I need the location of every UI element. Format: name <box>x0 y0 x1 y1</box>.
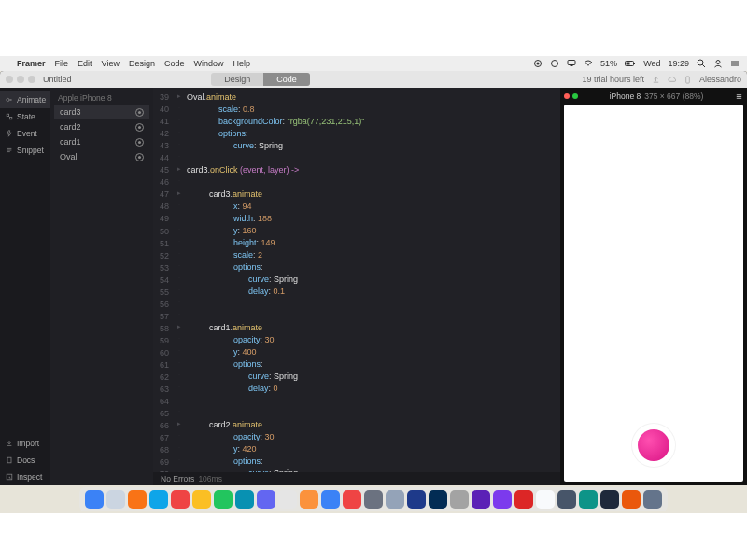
layer-row[interactable]: card3 <box>54 105 149 119</box>
target-icon[interactable] <box>135 108 144 117</box>
layer-label: card1 <box>60 137 81 147</box>
trial-label: 19 trial hours left <box>582 75 644 84</box>
dock-app[interactable] <box>364 490 383 509</box>
svg-point-7 <box>698 60 703 65</box>
menu-app[interactable]: Framer <box>17 59 46 68</box>
target-icon[interactable] <box>135 153 144 161</box>
minimize-icon[interactable] <box>17 76 24 83</box>
window-toolbar: Untitled Design Code 19 trial hours left… <box>0 71 747 88</box>
icon-sidebar: Animate State Event Snippet Import Docs … <box>0 88 50 485</box>
svg-rect-16 <box>9 117 11 119</box>
upload-icon[interactable] <box>652 76 660 84</box>
dock-app[interactable] <box>278 490 297 509</box>
record-icon[interactable] <box>533 59 543 68</box>
preview-canvas[interactable] <box>564 105 743 482</box>
dock-app[interactable] <box>429 490 447 509</box>
dock-app[interactable] <box>149 490 168 509</box>
target-icon[interactable] <box>135 123 144 132</box>
dock-app[interactable] <box>600 490 619 509</box>
dock-app[interactable] <box>536 490 555 509</box>
search-icon[interactable] <box>697 59 706 68</box>
tab-animate[interactable]: Animate <box>0 91 50 108</box>
dock-app[interactable] <box>257 490 275 509</box>
tab-event[interactable]: Event <box>0 125 50 142</box>
dock <box>79 487 668 511</box>
seg-design[interactable]: Design <box>211 73 263 86</box>
user-icon[interactable] <box>713 59 723 68</box>
svg-line-8 <box>702 64 705 67</box>
dock-app[interactable] <box>557 490 576 509</box>
menu-help[interactable]: Help <box>233 59 250 68</box>
hamburger-icon[interactable] <box>735 92 743 101</box>
zoom-icon[interactable] <box>28 76 35 83</box>
layer-row[interactable]: card1 <box>54 134 149 149</box>
menu-icon[interactable] <box>730 59 740 68</box>
menu-code[interactable]: Code <box>164 59 185 68</box>
layer-label: card2 <box>60 122 81 132</box>
layer-row[interactable]: card2 <box>54 119 149 134</box>
menu-view[interactable]: View <box>102 59 120 68</box>
dock-app[interactable] <box>343 490 361 509</box>
fold-gutter: ▸·····▸·▸··········▸·······▸···· <box>174 88 185 472</box>
dock-app[interactable] <box>472 490 490 509</box>
dock-app[interactable] <box>300 490 318 509</box>
close-icon[interactable] <box>6 76 13 83</box>
clock-day[interactable]: Wed <box>643 59 660 68</box>
dock-app[interactable] <box>85 490 104 509</box>
tab-snippet[interactable]: Snippet <box>0 142 50 159</box>
dock-app[interactable] <box>622 490 641 509</box>
cloud-icon[interactable] <box>668 76 676 84</box>
dock-app[interactable] <box>214 490 233 509</box>
dock-app[interactable] <box>579 490 598 509</box>
code-editor[interactable]: 3940414243444546474849505152535455565758… <box>153 88 560 485</box>
target-icon[interactable] <box>135 138 144 147</box>
menu-window[interactable]: Window <box>193 59 223 68</box>
dock-app[interactable] <box>192 490 211 509</box>
phone-icon[interactable] <box>684 76 692 84</box>
menu-file[interactable]: File <box>55 59 69 68</box>
dock-app[interactable] <box>235 490 254 509</box>
airplay-icon[interactable] <box>567 59 576 68</box>
wifi-icon[interactable] <box>584 59 593 68</box>
tab-docs[interactable]: Docs <box>0 452 50 469</box>
svg-point-2 <box>552 61 558 67</box>
dock-app[interactable] <box>514 490 533 509</box>
tab-state[interactable]: State <box>0 108 50 125</box>
preview-device: iPhone 8 <box>610 91 641 101</box>
svg-rect-5 <box>627 63 630 65</box>
layer-label: Oval <box>60 152 78 161</box>
dock-app[interactable] <box>450 490 469 509</box>
dock-app[interactable] <box>171 490 190 509</box>
dock-app[interactable] <box>643 490 662 509</box>
user-label[interactable]: Alessandro <box>699 75 741 84</box>
menu-edit[interactable]: Edit <box>78 59 92 68</box>
layers-header: Apple iPhone 8 <box>54 91 149 105</box>
dock-app[interactable] <box>106 490 125 509</box>
circle-icon[interactable] <box>550 59 559 68</box>
dock-app[interactable] <box>407 490 426 509</box>
window-title: Untitled <box>43 75 72 84</box>
dock-app[interactable] <box>321 490 340 509</box>
dock-app[interactable] <box>128 490 147 509</box>
menu-design[interactable]: Design <box>129 59 155 68</box>
dock-app[interactable] <box>386 490 404 509</box>
svg-rect-13 <box>686 76 690 82</box>
layers-panel: Apple iPhone 8 card3 card2 card1 Oval <box>50 88 153 485</box>
code-body[interactable]: Oval.animate scale: 0.8 backgroundColor:… <box>185 88 560 472</box>
preview-panel: iPhone 8375 × 667 (88%) <box>560 88 747 485</box>
tab-inspect[interactable]: Inspect <box>0 469 50 485</box>
clock-time[interactable]: 19:29 <box>668 59 689 68</box>
tab-import[interactable]: Import <box>0 435 50 452</box>
framer-window: Untitled Design Code 19 trial hours left… <box>0 71 747 485</box>
tab-snippet-label: Snippet <box>17 146 44 155</box>
dock-app[interactable] <box>493 490 512 509</box>
layer-label: card3 <box>60 107 81 117</box>
oval-layer[interactable] <box>638 429 669 461</box>
state-icon <box>6 113 13 120</box>
pv-zoom-icon[interactable] <box>572 93 578 99</box>
layer-row[interactable]: Oval <box>54 149 149 164</box>
mode-segment: Design Code <box>211 73 310 86</box>
seg-code[interactable]: Code <box>263 73 310 86</box>
battery-pct: 51% <box>600 59 617 68</box>
pv-close-icon[interactable] <box>564 93 570 99</box>
